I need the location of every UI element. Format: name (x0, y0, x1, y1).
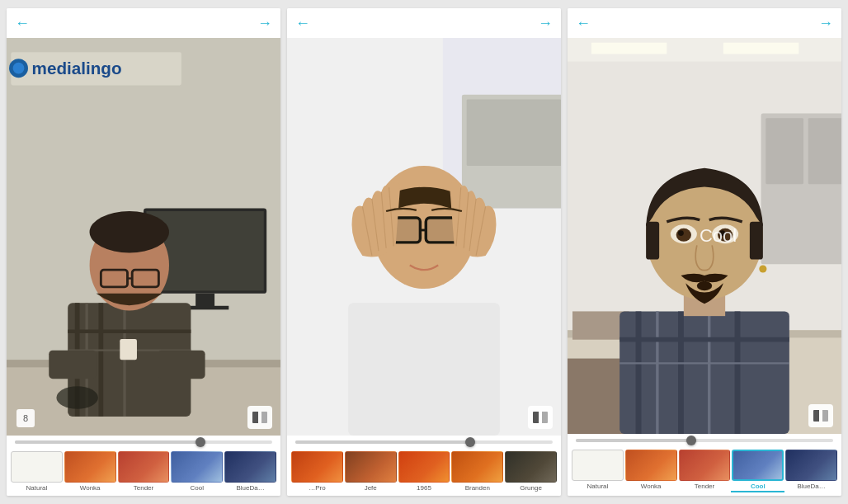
filter-blueday-label: BlueDa… (236, 484, 264, 492)
panel-2: ← → (287, 8, 561, 496)
filter-branden[interactable]: Branden (450, 450, 504, 492)
panel-1-forward-arrow[interactable]: → (257, 15, 272, 32)
panel-2-forward-arrow[interactable]: → (538, 15, 553, 32)
filter-blueday-3-swatch (785, 450, 837, 481)
filter-1965-swatch (398, 451, 450, 483)
panel-3-overlay-text: Cool (700, 225, 737, 247)
filter-tender-3-label: Tender (695, 483, 714, 490)
panel-1-badge: 8 (16, 409, 35, 427)
panel-1-filters: Natural Wonka Tender Cool BlueDa… (7, 447, 280, 496)
filter-wonka-3-swatch (625, 450, 677, 481)
filter-wonka-3-label: Wonka (641, 483, 662, 490)
panel-3-nav: ← → (568, 8, 841, 38)
filter-natural-3-swatch (572, 450, 624, 481)
panel-1-image: medialingo (7, 38, 280, 436)
filter-cool-label: Cool (191, 484, 204, 492)
panel-3-image: Cool (568, 38, 841, 434)
panel-3-slider-container (568, 434, 841, 445)
svg-point-75 (697, 281, 712, 290)
svg-point-19 (90, 211, 169, 252)
app-container: ← → medialingo (0, 0, 848, 504)
filter-wonka-label: Wonka (80, 484, 101, 492)
filter-natural-3[interactable]: Natural (571, 449, 624, 492)
compare-icon-3 (813, 409, 828, 422)
panel-3-forward-arrow[interactable]: → (818, 15, 833, 32)
filter-grunge[interactable]: Grunge (504, 450, 558, 492)
svg-point-3 (13, 63, 25, 74)
panel-1: ← → medialingo (7, 8, 280, 496)
panel-3-slider-track[interactable] (576, 439, 833, 442)
filter-tender-label: Tender (134, 484, 153, 492)
filter-tender-3[interactable]: Tender (678, 449, 732, 492)
compare-icon-2 (533, 411, 548, 424)
filter-blueday-3-label: BlueDa… (797, 483, 825, 490)
panel-1-slider-track[interactable] (15, 440, 272, 444)
filter-pro-swatch (291, 451, 343, 483)
filter-natural[interactable]: Natural (10, 450, 64, 492)
svg-rect-25 (120, 339, 137, 360)
panel-3-compare-button[interactable] (808, 404, 833, 427)
filter-1965-label: 1965 (417, 484, 431, 492)
filter-cool-swatch (171, 451, 223, 483)
svg-rect-49 (723, 43, 799, 54)
panel-1-slider-thumb[interactable] (196, 437, 205, 447)
svg-rect-52 (808, 118, 841, 184)
svg-rect-24 (158, 351, 205, 379)
filter-cool-3[interactable]: Cool (731, 449, 784, 492)
panel-2-nav: ← → (287, 8, 561, 38)
panel-3: ← → (568, 8, 841, 496)
panel-2-slider-thumb[interactable] (465, 437, 475, 447)
filter-blueday-3[interactable]: BlueDa… (784, 449, 838, 492)
panel-2-filters: …Pro Jefe 1965 Branden Grunge (287, 447, 561, 496)
filter-grunge-label: Grunge (520, 484, 542, 492)
filter-cool[interactable]: Cool (170, 450, 224, 492)
panel-1-slider-container (7, 436, 280, 447)
panel-3-slider-thumb[interactable] (686, 436, 696, 445)
panel-1-back-arrow[interactable]: ← (15, 15, 30, 32)
filter-jefe-label: Jefe (365, 484, 377, 492)
compare-icon (252, 411, 267, 424)
panel-2-back-arrow[interactable]: ← (295, 15, 310, 32)
panel-3-filters: Natural Wonka Tender Cool BlueDa… (568, 445, 841, 496)
svg-rect-51 (766, 118, 803, 184)
filter-natural-label: Natural (26, 484, 48, 492)
svg-point-73 (678, 230, 684, 236)
svg-rect-7 (196, 294, 214, 308)
filter-blueday[interactable]: BlueDa… (224, 450, 277, 492)
filter-branden-label: Branden (465, 484, 490, 492)
filter-cool-3-swatch (732, 450, 784, 481)
filter-pro[interactable]: …Pro (290, 450, 344, 492)
filter-tender-3-swatch (679, 450, 731, 481)
svg-rect-68 (750, 222, 763, 260)
panel-1-nav: ← → (7, 8, 280, 38)
panel-3-back-arrow[interactable]: ← (576, 15, 591, 32)
panel-2-image (287, 38, 561, 436)
panel-2-slider-container (287, 436, 561, 447)
svg-rect-57 (620, 311, 789, 434)
panel-2-slider-track[interactable] (295, 440, 553, 444)
filter-tender[interactable]: Tender (117, 450, 171, 492)
svg-rect-23 (49, 351, 96, 379)
filter-pro-label: …Pro (309, 484, 325, 492)
panel-1-photo: medialingo (7, 38, 280, 436)
svg-rect-48 (591, 43, 667, 54)
svg-point-71 (676, 228, 691, 242)
filter-natural-3-label: Natural (587, 483, 609, 490)
panel-1-slider-fill (15, 440, 200, 444)
filter-jefe-swatch (345, 451, 397, 483)
panel-2-photo (287, 38, 561, 436)
filter-blueday-swatch (224, 451, 276, 483)
panel-2-slider-fill (295, 440, 470, 444)
panel-2-compare-button[interactable] (528, 406, 553, 429)
svg-rect-31 (348, 303, 500, 436)
filter-wonka[interactable]: Wonka (64, 450, 117, 492)
filter-1965[interactable]: 1965 (398, 450, 451, 492)
svg-point-76 (759, 265, 766, 272)
filter-jefe[interactable]: Jefe (344, 450, 398, 492)
filter-branden-swatch (451, 451, 503, 483)
panel-1-compare-button[interactable] (247, 406, 272, 429)
svg-text:medialingo: medialingo (32, 59, 122, 78)
svg-rect-30 (467, 100, 561, 166)
filter-wonka-3[interactable]: Wonka (624, 449, 678, 492)
svg-rect-67 (646, 222, 659, 260)
